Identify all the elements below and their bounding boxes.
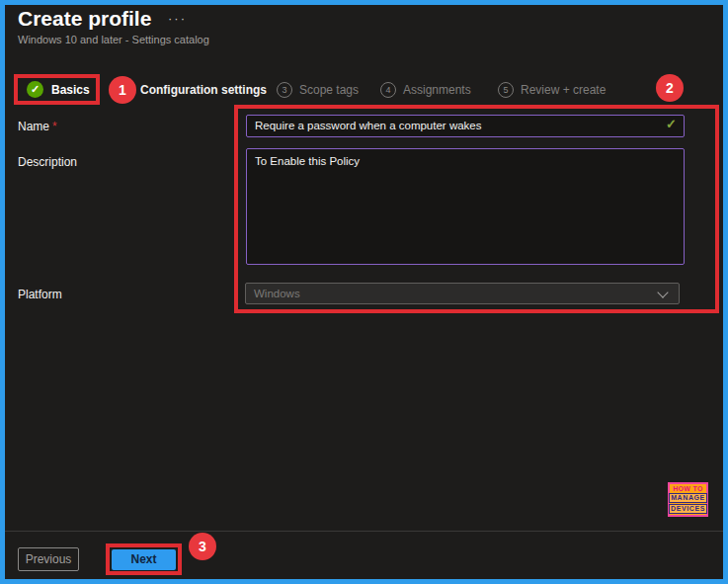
step-number-icon: 4 <box>380 82 396 98</box>
footer-divider <box>5 531 723 532</box>
howtomanagedevices-logo: HOW TO MANAGE DEVICES <box>668 482 708 517</box>
description-textarea[interactable]: To Enable this Policy <box>246 148 685 265</box>
tab-review-create-label: Review + create <box>521 83 606 97</box>
tab-scope-tags[interactable]: 3 Scope tags <box>277 82 359 98</box>
tab-basics-label: Basics <box>51 83 90 97</box>
more-options-icon[interactable]: ··· <box>168 11 187 26</box>
tab-assignments[interactable]: 4 Assignments <box>380 82 471 98</box>
required-asterisk: * <box>52 120 57 133</box>
step-number-icon: 5 <box>498 82 514 98</box>
annotation-badge-3: 3 <box>189 533 216 560</box>
platform-selected-value: Windows <box>254 288 300 299</box>
completed-check-icon: ✓ <box>27 81 43 98</box>
description-label: Description <box>18 155 77 169</box>
logo-line2: MANAGE <box>669 493 707 503</box>
platform-select[interactable]: Windows <box>245 283 680 304</box>
create-profile-window: Create profile ··· Windows 10 and later … <box>0 0 728 584</box>
step-number-icon: 3 <box>277 82 292 98</box>
annotation-badge-2: 2 <box>656 74 684 102</box>
previous-button[interactable]: Previous <box>18 547 79 571</box>
annotation-badge-1: 1 <box>109 76 136 104</box>
chevron-down-icon <box>657 287 668 297</box>
tab-review-create[interactable]: 5 Review + create <box>498 82 606 98</box>
logo-line3: DEVICES <box>669 504 707 514</box>
page-subtitle: Windows 10 and later - Settings catalog <box>18 34 209 45</box>
tab-assignments-label: Assignments <box>403 83 471 97</box>
name-input[interactable]: Require a password when a computer wakes <box>246 115 685 137</box>
tab-scope-tags-label: Scope tags <box>299 83 359 97</box>
platform-label: Platform <box>18 288 62 301</box>
valid-check-icon: ✓ <box>666 117 677 131</box>
next-button[interactable]: Next <box>112 549 176 570</box>
tab-configuration-settings[interactable]: Configuration settings <box>140 83 267 97</box>
name-label: Name* <box>18 120 57 133</box>
page-title: Create profile <box>18 7 151 31</box>
tab-basics[interactable]: ✓ Basics <box>27 81 90 98</box>
logo-line1: HOW TO <box>673 485 702 492</box>
